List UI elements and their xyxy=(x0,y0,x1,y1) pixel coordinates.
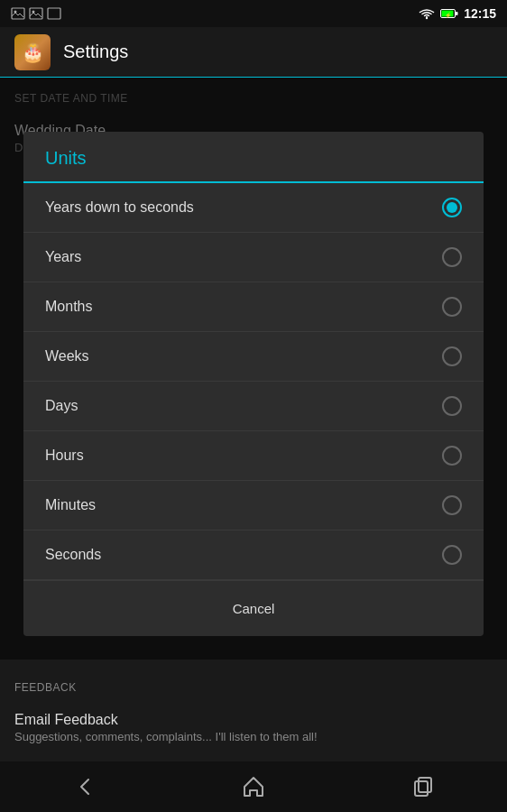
option-label-4: Days xyxy=(45,398,78,414)
units-dialog: Units Years down to seconds Years Months… xyxy=(23,132,484,636)
option-label-1: Years xyxy=(45,249,81,265)
option-label-3: Weeks xyxy=(45,348,89,364)
svg-rect-12 xyxy=(419,778,431,792)
dialog-title: Units xyxy=(23,132,484,183)
dialog-footer: Cancel xyxy=(23,580,484,636)
app-bar: 🎂 Settings xyxy=(0,27,507,78)
radio-1[interactable] xyxy=(442,247,462,267)
dialog-option-3[interactable]: Weeks xyxy=(23,332,484,382)
app-title: Settings xyxy=(63,42,128,62)
nav-bar xyxy=(0,761,507,812)
dialog-option-6[interactable]: Minutes xyxy=(23,481,484,531)
status-left-icons xyxy=(11,7,413,20)
setting-title-feedback: Email Feedback xyxy=(14,712,493,728)
back-button[interactable] xyxy=(58,767,112,807)
svg-rect-7 xyxy=(456,12,458,15)
dialog-option-2[interactable]: Months xyxy=(23,282,484,332)
radio-5[interactable] xyxy=(442,446,462,466)
svg-rect-4 xyxy=(48,8,60,19)
main-content: SET DATE AND TIME Wedding Date December … xyxy=(0,78,507,761)
wifi-icon xyxy=(419,7,435,20)
img3-icon xyxy=(47,7,61,20)
option-label-0: Years down to seconds xyxy=(45,199,194,216)
dialog-option-0[interactable]: Years down to seconds xyxy=(23,183,484,233)
status-bar: ⚡ 12:15 xyxy=(0,0,507,27)
status-right-icons: ⚡ 12:15 xyxy=(419,6,496,21)
dialog-option-5[interactable]: Hours xyxy=(23,431,484,481)
svg-point-5 xyxy=(426,17,428,19)
svg-marker-10 xyxy=(244,778,263,796)
setting-item-feedback[interactable]: Email Feedback Suggestions, comments, co… xyxy=(0,701,507,754)
option-label-7: Seconds xyxy=(45,547,101,563)
radio-0[interactable] xyxy=(442,198,462,217)
option-label-5: Hours xyxy=(45,448,84,464)
home-button[interactable] xyxy=(226,767,281,807)
dialog-option-1[interactable]: Years xyxy=(23,233,484,282)
radio-2[interactable] xyxy=(442,297,462,317)
battery-icon: ⚡ xyxy=(440,8,458,19)
radio-3[interactable] xyxy=(442,346,462,366)
section-label-feedback: FEEDBACK xyxy=(0,667,507,701)
img-icon xyxy=(11,7,25,20)
img2-icon xyxy=(29,7,43,20)
svg-rect-11 xyxy=(415,781,428,796)
back-icon xyxy=(72,774,97,799)
radio-7[interactable] xyxy=(442,545,462,565)
option-label-6: Minutes xyxy=(45,497,96,513)
dialog-option-7[interactable]: Seconds xyxy=(23,531,484,580)
after-dialog-content: FEEDBACK Email Feedback Suggestions, com… xyxy=(0,660,507,761)
home-icon xyxy=(241,774,266,799)
recents-icon xyxy=(410,774,435,799)
option-label-2: Months xyxy=(45,299,92,315)
setting-subtitle-feedback: Suggestions, comments, complaints... I'l… xyxy=(14,730,493,743)
cancel-button[interactable]: Cancel xyxy=(23,588,484,629)
radio-4[interactable] xyxy=(442,396,462,416)
radio-6[interactable] xyxy=(442,495,462,515)
svg-text:⚡: ⚡ xyxy=(445,12,452,19)
svg-rect-2 xyxy=(30,8,42,19)
status-time: 12:15 xyxy=(464,6,496,21)
dialog-option-4[interactable]: Days xyxy=(23,382,484,431)
app-icon: 🎂 xyxy=(14,34,51,70)
recents-button[interactable] xyxy=(395,767,449,807)
svg-rect-0 xyxy=(12,8,24,19)
